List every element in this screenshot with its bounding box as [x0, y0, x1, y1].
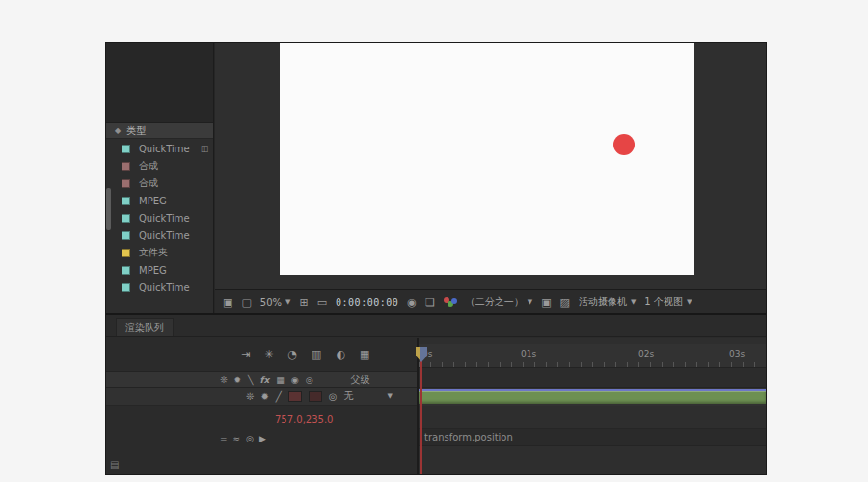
chevron-down-icon[interactable]: ▼: [388, 392, 393, 400]
layer-shy-icon[interactable]: ❊: [246, 391, 254, 402]
type-column-label: 类型: [126, 124, 146, 138]
chevron-down-icon: ▼: [687, 298, 692, 306]
ruler-ticks: [419, 362, 766, 367]
grid-guides-icon[interactable]: ⊞: [299, 297, 308, 308]
parent-column-label[interactable]: 父级: [350, 373, 369, 387]
resolution-value: （二分之一）: [466, 295, 524, 308]
frame-blend-column-icon[interactable]: ▦: [276, 375, 285, 385]
show-channels-icon[interactable]: [444, 297, 457, 308]
selection-corner-icon: [634, 154, 641, 162]
timeline-toolbar: ⇥ ✳ ◔ ▥ ◐ ▦: [241, 342, 369, 365]
project-item-row[interactable]: QuickTime: [106, 279, 213, 296]
selection-corner-icon: [607, 127, 614, 135]
expression-language-icon[interactable]: ▶: [259, 434, 266, 443]
parent-pickwhip-icon[interactable]: ◎: [329, 391, 338, 402]
selection-corner-icon: [634, 127, 641, 135]
type-column-header[interactable]: ◆ 类型: [106, 123, 213, 139]
project-item-row[interactable]: 文件夹: [106, 244, 213, 261]
mini-flowchart-icon[interactable]: ⇥: [241, 348, 250, 361]
panel-toggle-icon[interactable]: ▤: [110, 459, 119, 469]
layer-bar-body: [419, 391, 766, 404]
layer-label-swatch[interactable]: [288, 391, 302, 402]
project-item-label: QuickTime: [139, 213, 190, 224]
project-item-label: 合成: [139, 159, 158, 173]
chevron-down-icon: ▼: [285, 298, 290, 306]
region-of-interest-icon[interactable]: ▭: [317, 297, 327, 308]
project-item-label: QuickTime: [139, 282, 190, 293]
track-header-band: [419, 368, 766, 388]
shy-layers-icon[interactable]: ◔: [287, 348, 297, 361]
tag-icon: ◆: [115, 126, 121, 135]
fast-preview-icon[interactable]: ▣: [541, 297, 551, 308]
project-item-label: 合成: [139, 176, 158, 190]
layer-collapse-icon[interactable]: ✹: [260, 391, 268, 402]
camera-view-dropdown[interactable]: 活动摄像机 ▼: [579, 295, 636, 308]
screen-icon[interactable]: ▢: [241, 297, 251, 308]
transparency-grid-icon[interactable]: ▨: [560, 297, 570, 308]
viewer-toolbar: ▣ ▢ 50% ▼ ⊞ ▭ 0:00:00:00 ◉ ❏ （二分之一） ▼ ▣: [215, 289, 766, 313]
expression-graph-icon[interactable]: ≈: [233, 434, 241, 443]
timecode-display[interactable]: 0:00:00:00: [336, 297, 398, 308]
graph-editor-icon[interactable]: ▦: [360, 348, 369, 361]
project-item-row[interactable]: QuickTime: [106, 209, 213, 227]
project-item-label: MPEG: [139, 265, 167, 276]
mpeg-footage-icon: [122, 197, 130, 205]
zoom-level-dropdown[interactable]: 50% ▼: [260, 297, 291, 308]
timeline-track-area[interactable]: 0s 01s 02s 03s transform.position: [417, 338, 766, 474]
composition-viewer: ▣ ▢ 50% ▼ ⊞ ▭ 0:00:00:00 ◉ ❏ （二分之一） ▼ ▣: [215, 43, 766, 313]
timeline-panel-group: 渲染队列 ⇥ ✳ ◔ ▥ ◐ ▦ ❊ ✹ ╲ fx ▦ ◉: [106, 313, 766, 474]
project-panel: ◆ 类型 QuickTime ◫ 合成 合成: [106, 43, 214, 313]
draft-3d-icon[interactable]: ✳: [264, 348, 273, 361]
project-item-label: QuickTime: [139, 144, 190, 154]
effects-column-icon[interactable]: fx: [260, 375, 270, 385]
composition-icon: [122, 179, 130, 188]
resolution-dropdown[interactable]: （二分之一） ▼: [466, 295, 532, 308]
shy-column-icon[interactable]: ❊: [220, 375, 228, 385]
motion-blur-icon[interactable]: ◐: [336, 348, 345, 361]
layer-track-row[interactable]: [419, 388, 766, 406]
current-time-indicator-line: [420, 358, 422, 474]
zoom-level-value: 50%: [260, 297, 282, 308]
project-item-row[interactable]: 合成: [106, 157, 213, 174]
expression-track-row[interactable]: transform.position: [419, 429, 766, 446]
project-item-row[interactable]: MPEG: [106, 192, 213, 209]
ruler-label: 02s: [638, 349, 654, 359]
timeline-column-header: ❊ ✹ ╲ fx ▦ ◉ ◎ 父级: [106, 371, 417, 388]
motion-blur-column-icon[interactable]: ◉: [291, 375, 299, 385]
expression-controls: = ≈ ◎ ▶: [220, 434, 266, 443]
frame-blend-icon[interactable]: ▥: [312, 348, 321, 361]
expression-pickwhip-icon[interactable]: ◎: [246, 434, 254, 443]
expression-enable-icon[interactable]: =: [220, 434, 228, 443]
project-scrollbar[interactable]: [106, 188, 111, 230]
layer-duration-bar[interactable]: [419, 389, 766, 404]
chevron-down-icon: ▼: [528, 298, 532, 306]
quality-column-icon[interactable]: ╲: [248, 375, 253, 385]
collapse-column-icon[interactable]: ✹: [234, 375, 242, 385]
quicktime-footage-icon: [122, 231, 130, 240]
show-snapshot-icon[interactable]: ❏: [425, 297, 435, 308]
expression-text[interactable]: transform.position: [424, 432, 513, 442]
project-item-label: 文件夹: [139, 246, 168, 259]
layer-mode-swatch[interactable]: [309, 391, 322, 402]
snapshot-camera-icon[interactable]: ◉: [407, 297, 417, 308]
desktop-background: ◆ 类型 QuickTime ◫ 合成 合成: [0, 0, 868, 482]
time-ruler[interactable]: 0s 01s 02s 03s: [419, 344, 766, 368]
view-layout-value: 1 个视图: [644, 295, 683, 308]
layer-quality-icon[interactable]: ╱: [276, 391, 282, 402]
project-item-row[interactable]: QuickTime: [106, 227, 213, 244]
composition-canvas[interactable]: [280, 43, 694, 275]
monitor-icon[interactable]: ▣: [223, 297, 232, 308]
render-queue-tab[interactable]: 渲染队列: [116, 318, 174, 336]
parent-value[interactable]: 无: [344, 389, 354, 403]
project-item-label: QuickTime: [139, 230, 190, 241]
project-item-row[interactable]: 合成: [106, 174, 213, 192]
quicktime-footage-icon: [122, 214, 130, 223]
project-item-row[interactable]: QuickTime ◫: [106, 140, 213, 157]
camera-view-value: 活动摄像机: [579, 295, 627, 308]
mpeg-footage-icon: [122, 266, 130, 275]
view-layout-dropdown[interactable]: 1 个视图 ▼: [644, 295, 692, 308]
position-property-value[interactable]: 757.0,235.0: [275, 415, 333, 425]
layer-selection-handles: [607, 127, 641, 162]
project-item-row[interactable]: MPEG: [106, 261, 213, 279]
three-d-column-icon[interactable]: ◎: [306, 375, 313, 385]
